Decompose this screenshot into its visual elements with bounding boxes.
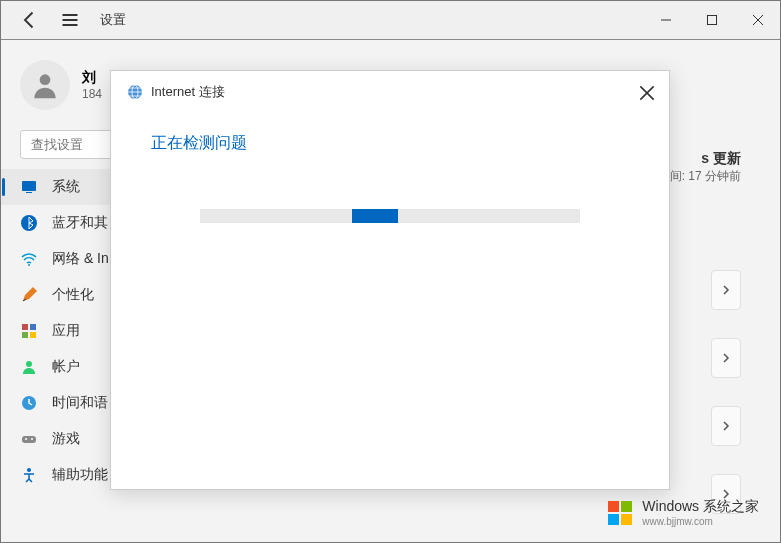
- watermark: Windows 系统之家 www.bjjmw.com: [594, 492, 771, 533]
- dialog-title: Internet 连接: [151, 83, 225, 101]
- dialog-heading: 正在检测问题: [151, 133, 629, 154]
- svg-rect-19: [621, 501, 632, 512]
- svg-rect-21: [621, 514, 632, 525]
- dialog-overlay: Internet 连接 正在检测问题: [0, 0, 781, 543]
- globe-icon: [127, 84, 143, 100]
- progress-bar: [200, 209, 580, 223]
- watermark-url: www.bjjmw.com: [642, 516, 759, 527]
- close-icon: [639, 85, 655, 101]
- svg-rect-18: [608, 501, 619, 512]
- svg-rect-20: [608, 514, 619, 525]
- dialog-close-button[interactable]: [639, 85, 655, 101]
- windows-logo-icon: [606, 499, 634, 527]
- troubleshoot-dialog: Internet 连接 正在检测问题: [110, 70, 670, 490]
- watermark-brand: Windows 系统之家: [642, 498, 759, 516]
- progress-fill: [352, 209, 398, 223]
